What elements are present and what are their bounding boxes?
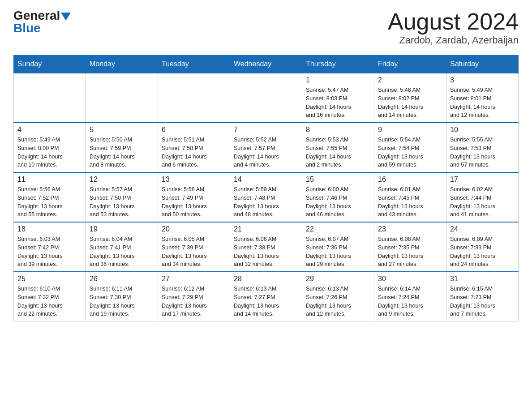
day-number: 23 xyxy=(378,225,442,233)
svg-marker-0 xyxy=(61,13,71,21)
calendar-day-1: 1Sunrise: 5:47 AMSunset: 8:03 PMDaylight… xyxy=(302,73,374,123)
day-number: 4 xyxy=(17,126,82,134)
day-info: Sunrise: 6:15 AMSunset: 7:23 PMDaylight:… xyxy=(450,285,515,318)
day-info: Sunrise: 5:50 AMSunset: 7:59 PMDaylight:… xyxy=(90,136,154,169)
calendar-day-31: 31Sunrise: 6:15 AMSunset: 7:23 PMDayligh… xyxy=(446,272,519,321)
day-info: Sunrise: 6:02 AMSunset: 7:44 PMDaylight:… xyxy=(450,185,515,219)
day-number: 24 xyxy=(450,225,515,233)
day-number: 5 xyxy=(90,126,154,134)
day-info: Sunrise: 5:49 AMSunset: 8:01 PMDaylight:… xyxy=(450,86,515,120)
day-number: 10 xyxy=(450,126,515,134)
day-info: Sunrise: 6:01 AMSunset: 7:45 PMDaylight:… xyxy=(378,185,442,219)
day-info: Sunrise: 6:00 AMSunset: 7:46 PMDaylight:… xyxy=(306,185,370,219)
day-info: Sunrise: 6:07 AMSunset: 7:36 PMDaylight:… xyxy=(306,235,370,269)
calendar-day-9: 9Sunrise: 5:54 AMSunset: 7:54 PMDaylight… xyxy=(374,123,446,172)
day-number: 13 xyxy=(162,176,226,184)
calendar-day-17: 17Sunrise: 6:02 AMSunset: 7:44 PMDayligh… xyxy=(446,172,519,222)
day-number: 25 xyxy=(17,275,82,283)
day-number: 18 xyxy=(17,225,82,233)
logo: General Blue xyxy=(13,9,71,35)
day-info: Sunrise: 6:06 AMSunset: 7:38 PMDaylight:… xyxy=(234,235,298,269)
day-info: Sunrise: 6:12 AMSunset: 7:29 PMDaylight:… xyxy=(162,285,226,318)
calendar-day-19: 19Sunrise: 6:04 AMSunset: 7:41 PMDayligh… xyxy=(86,222,158,272)
day-number: 6 xyxy=(162,126,226,134)
calendar-week-row: 11Sunrise: 5:56 AMSunset: 7:52 PMDayligh… xyxy=(14,172,519,222)
calendar-day-16: 16Sunrise: 6:01 AMSunset: 7:45 PMDayligh… xyxy=(374,172,446,222)
day-number: 12 xyxy=(90,176,154,184)
day-info: Sunrise: 6:14 AMSunset: 7:24 PMDaylight:… xyxy=(378,285,442,318)
calendar-empty-cell xyxy=(86,73,158,123)
calendar-day-30: 30Sunrise: 6:14 AMSunset: 7:24 PMDayligh… xyxy=(374,272,446,321)
day-number: 9 xyxy=(378,126,442,134)
day-info: Sunrise: 5:54 AMSunset: 7:54 PMDaylight:… xyxy=(378,136,442,169)
day-info: Sunrise: 5:55 AMSunset: 7:53 PMDaylight:… xyxy=(450,136,515,169)
calendar-week-row: 1Sunrise: 5:47 AMSunset: 8:03 PMDaylight… xyxy=(14,73,519,123)
calendar-day-13: 13Sunrise: 5:58 AMSunset: 7:49 PMDayligh… xyxy=(158,172,230,222)
day-info: Sunrise: 5:57 AMSunset: 7:50 PMDaylight:… xyxy=(90,185,154,219)
calendar-day-header-friday: Friday xyxy=(374,56,446,73)
day-number: 7 xyxy=(234,126,298,134)
calendar-day-7: 7Sunrise: 5:52 AMSunset: 7:57 PMDaylight… xyxy=(230,123,302,172)
calendar-day-27: 27Sunrise: 6:12 AMSunset: 7:29 PMDayligh… xyxy=(158,272,230,321)
day-number: 22 xyxy=(306,225,370,233)
day-info: Sunrise: 6:05 AMSunset: 7:39 PMDaylight:… xyxy=(162,235,226,269)
calendar-day-22: 22Sunrise: 6:07 AMSunset: 7:36 PMDayligh… xyxy=(302,222,374,272)
page-header: General Blue August 2024 Zardob, Zardab,… xyxy=(13,9,519,46)
day-number: 29 xyxy=(306,275,370,283)
day-info: Sunrise: 6:03 AMSunset: 7:42 PMDaylight:… xyxy=(17,235,82,269)
day-number: 17 xyxy=(450,176,515,184)
calendar-day-4: 4Sunrise: 5:49 AMSunset: 8:00 PMDaylight… xyxy=(14,123,86,172)
day-info: Sunrise: 5:52 AMSunset: 7:57 PMDaylight:… xyxy=(234,136,298,169)
calendar-day-15: 15Sunrise: 6:00 AMSunset: 7:46 PMDayligh… xyxy=(302,172,374,222)
day-info: Sunrise: 5:59 AMSunset: 7:48 PMDaylight:… xyxy=(234,185,298,219)
calendar-empty-cell xyxy=(158,73,230,123)
calendar-header-row: SundayMondayTuesdayWednesdayThursdayFrid… xyxy=(14,56,519,73)
calendar-day-24: 24Sunrise: 6:09 AMSunset: 7:33 PMDayligh… xyxy=(446,222,519,272)
calendar-day-29: 29Sunrise: 6:13 AMSunset: 7:26 PMDayligh… xyxy=(302,272,374,321)
day-number: 14 xyxy=(234,176,298,184)
calendar-day-header-saturday: Saturday xyxy=(446,56,519,73)
calendar-week-row: 25Sunrise: 6:10 AMSunset: 7:32 PMDayligh… xyxy=(14,272,519,321)
calendar-day-8: 8Sunrise: 5:53 AMSunset: 7:55 PMDaylight… xyxy=(302,123,374,172)
day-number: 3 xyxy=(450,76,515,84)
calendar-day-5: 5Sunrise: 5:50 AMSunset: 7:59 PMDaylight… xyxy=(86,123,158,172)
calendar-day-10: 10Sunrise: 5:55 AMSunset: 7:53 PMDayligh… xyxy=(446,123,519,172)
day-info: Sunrise: 5:53 AMSunset: 7:55 PMDaylight:… xyxy=(306,136,370,169)
calendar-day-20: 20Sunrise: 6:05 AMSunset: 7:39 PMDayligh… xyxy=(158,222,230,272)
calendar-day-header-monday: Monday xyxy=(86,56,158,73)
calendar-day-header-tuesday: Tuesday xyxy=(158,56,230,73)
day-info: Sunrise: 5:56 AMSunset: 7:52 PMDaylight:… xyxy=(17,185,82,219)
calendar-day-26: 26Sunrise: 6:11 AMSunset: 7:30 PMDayligh… xyxy=(86,272,158,321)
calendar-week-row: 18Sunrise: 6:03 AMSunset: 7:42 PMDayligh… xyxy=(14,222,519,272)
calendar-day-header-wednesday: Wednesday xyxy=(230,56,302,73)
day-info: Sunrise: 5:58 AMSunset: 7:49 PMDaylight:… xyxy=(162,185,226,219)
day-number: 2 xyxy=(378,76,442,84)
title-section: August 2024 Zardob, Zardab, Azerbaijan xyxy=(388,9,519,46)
day-number: 8 xyxy=(306,126,370,134)
calendar-empty-cell xyxy=(230,73,302,123)
calendar-day-18: 18Sunrise: 6:03 AMSunset: 7:42 PMDayligh… xyxy=(14,222,86,272)
day-number: 28 xyxy=(234,275,298,283)
day-number: 1 xyxy=(306,76,370,84)
day-info: Sunrise: 6:10 AMSunset: 7:32 PMDaylight:… xyxy=(17,285,82,318)
day-info: Sunrise: 6:09 AMSunset: 7:33 PMDaylight:… xyxy=(450,235,515,269)
day-info: Sunrise: 6:13 AMSunset: 7:27 PMDaylight:… xyxy=(234,285,298,318)
day-info: Sunrise: 6:11 AMSunset: 7:30 PMDaylight:… xyxy=(90,285,154,318)
day-number: 16 xyxy=(378,176,442,184)
day-info: Sunrise: 5:49 AMSunset: 8:00 PMDaylight:… xyxy=(17,136,82,169)
calendar-day-11: 11Sunrise: 5:56 AMSunset: 7:52 PMDayligh… xyxy=(14,172,86,222)
day-info: Sunrise: 5:47 AMSunset: 8:03 PMDaylight:… xyxy=(306,86,370,120)
calendar-day-12: 12Sunrise: 5:57 AMSunset: 7:50 PMDayligh… xyxy=(86,172,158,222)
day-number: 15 xyxy=(306,176,370,184)
day-info: Sunrise: 6:04 AMSunset: 7:41 PMDaylight:… xyxy=(90,235,154,269)
calendar-day-2: 2Sunrise: 5:48 AMSunset: 8:02 PMDaylight… xyxy=(374,73,446,123)
day-number: 11 xyxy=(17,176,82,184)
calendar-day-3: 3Sunrise: 5:49 AMSunset: 8:01 PMDaylight… xyxy=(446,73,519,123)
day-number: 27 xyxy=(162,275,226,283)
calendar-day-header-thursday: Thursday xyxy=(302,56,374,73)
day-number: 20 xyxy=(162,225,226,233)
day-info: Sunrise: 5:51 AMSunset: 7:58 PMDaylight:… xyxy=(162,136,226,169)
page-subtitle: Zardob, Zardab, Azerbaijan xyxy=(388,34,519,46)
logo-blue: Blue xyxy=(13,21,41,35)
calendar-table: SundayMondayTuesdayWednesdayThursdayFrid… xyxy=(13,55,519,321)
